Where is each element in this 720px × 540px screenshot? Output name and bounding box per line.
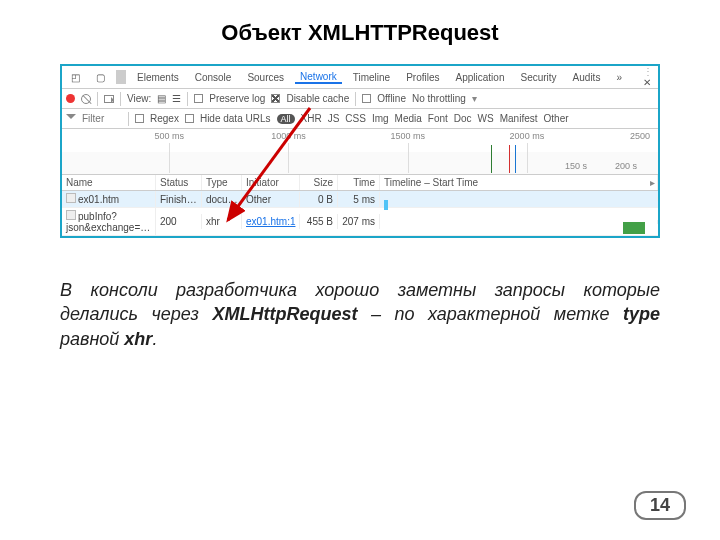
hide-data-urls-checkbox[interactable] [185,114,194,123]
waterfall-bar [623,222,645,234]
tab-application[interactable]: Application [451,72,510,83]
filter-img[interactable]: Img [372,113,389,124]
tab-console[interactable]: Console [190,72,237,83]
disable-cache-label: Disable cache [286,93,349,104]
col-type[interactable]: Type [202,175,242,190]
table-row[interactable]: ex01.htm Finish… docu… Other 0 B 5 ms [62,191,658,208]
tab-elements[interactable]: Elements [132,72,184,83]
throttling-select[interactable]: No throttling [412,93,466,104]
devtools-tabs: ◰ ▢ Elements Console Sources Network Tim… [62,66,658,89]
filter-xhr[interactable]: XHR [301,113,322,124]
page-title: Объект XMLHTTPRequest [0,0,720,64]
view-large-icon[interactable]: ▤ [157,93,166,104]
page-number: 14 [634,491,686,520]
filter-ws[interactable]: WS [478,113,494,124]
table-header: Name Status Type Initiator Size Time Tim… [62,175,658,191]
filter-css[interactable]: CSS [345,113,366,124]
record-icon[interactable] [66,94,75,103]
dropdown-icon[interactable]: ▾ [472,93,477,104]
tick-1500: 1500 ms [390,131,425,141]
col-status[interactable]: Status [156,175,202,190]
filter-doc[interactable]: Doc [454,113,472,124]
tick-500: 500 ms [155,131,185,141]
regex-label: Regex [150,113,179,124]
waterfall-bar [384,200,388,210]
tabs-more[interactable]: » [611,72,627,83]
table-row[interactable]: pubInfo?json&exchange=… 200 xhr ex01.htm… [62,208,658,236]
view-small-icon[interactable]: ☰ [172,93,181,104]
col-time[interactable]: Time [338,175,380,190]
tab-network[interactable]: Network [295,71,342,84]
kebab-icon[interactable]: ⋮ [638,66,658,77]
filter-media[interactable]: Media [395,113,422,124]
file-icon [66,193,76,203]
filter-input[interactable] [82,113,122,124]
description-text: В консоли разработчика хорошо заметны за… [60,278,660,351]
disable-cache-checkbox[interactable] [271,94,280,103]
col-size[interactable]: Size [300,175,338,190]
close-icon[interactable]: ✕ [638,77,656,88]
filter-all[interactable]: All [277,114,295,124]
filter-js[interactable]: JS [328,113,340,124]
filter-manifest[interactable]: Manifest [500,113,538,124]
preserve-log-label: Preserve log [209,93,265,104]
col-initiator[interactable]: Initiator [242,175,300,190]
screenshot-frame: ◰ ▢ Elements Console Sources Network Tim… [60,64,660,238]
view-label: View: [127,93,151,104]
tick-2000: 2000 ms [510,131,545,141]
tab-sources[interactable]: Sources [242,72,289,83]
filter-other[interactable]: Other [544,113,569,124]
filter-bar: Regex Hide data URLs All XHR JS CSS Img … [62,109,658,129]
device-icon[interactable]: ▢ [91,72,110,83]
tab-audits[interactable]: Audits [568,72,606,83]
offline-checkbox[interactable] [362,94,371,103]
hide-data-urls-label: Hide data URLs [200,113,271,124]
initiator-link[interactable]: ex01.htm:1 [246,216,295,227]
regex-checkbox[interactable] [135,114,144,123]
tab-profiles[interactable]: Profiles [401,72,444,83]
col-timeline[interactable]: Timeline – Start Time 150 s 200 s ▸ [380,175,658,190]
file-icon [66,210,76,220]
clear-icon[interactable] [81,94,91,104]
col-name[interactable]: Name [62,175,156,190]
tab-timeline[interactable]: Timeline [348,72,395,83]
offline-label: Offline [377,93,406,104]
tick-2500: 2500 [630,131,650,141]
screenshot-icon[interactable] [104,95,114,103]
devtools-panel: ◰ ▢ Elements Console Sources Network Tim… [62,66,658,236]
filter-icon[interactable] [66,114,76,124]
tab-security[interactable]: Security [515,72,561,83]
inspect-icon[interactable]: ◰ [66,72,85,83]
filter-font[interactable]: Font [428,113,448,124]
network-toolbar: View: ▤ ☰ Preserve log Disable cache Off… [62,89,658,109]
tick-1000: 1000 ms [271,131,306,141]
preserve-log-checkbox[interactable] [194,94,203,103]
